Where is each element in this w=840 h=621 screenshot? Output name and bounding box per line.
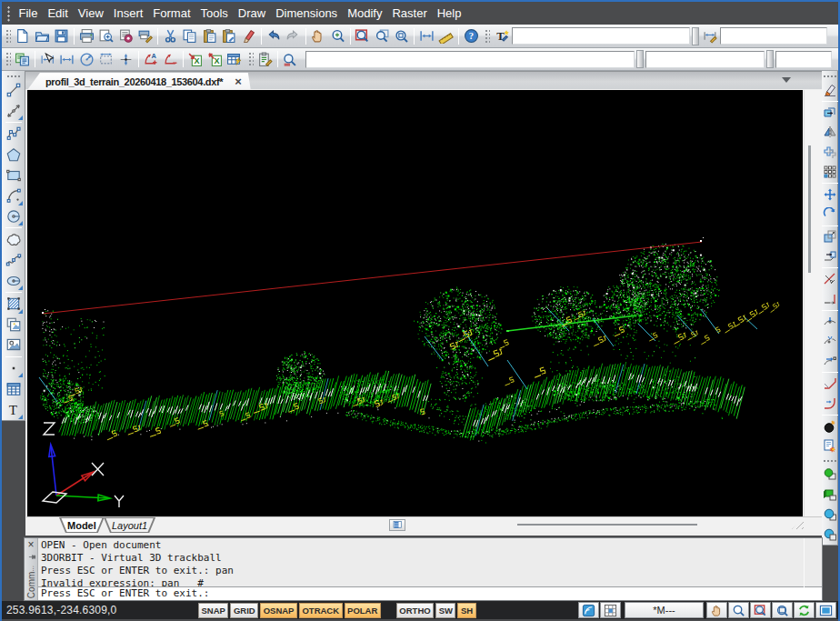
menu-insert[interactable]: Insert: [108, 3, 148, 24]
mirror-button[interactable]: [822, 123, 838, 143]
excel-import-button[interactable]: X: [185, 49, 205, 69]
trim-button[interactable]: [822, 269, 838, 289]
explode-text-button[interactable]: [822, 436, 838, 456]
extend-button[interactable]: [822, 289, 838, 309]
menu-modify[interactable]: Modify: [343, 3, 387, 24]
insert-block-button[interactable]: [4, 315, 24, 336]
order-front-button[interactable]: [822, 465, 838, 485]
command-history[interactable]: OPEN - Open document 3DORBIT - Virtual 3…: [38, 538, 822, 586]
match-properties-button[interactable]: [13, 49, 33, 69]
new-file-button[interactable]: [13, 26, 33, 46]
menu-help[interactable]: Help: [432, 3, 466, 24]
polyline-button[interactable]: [4, 124, 24, 145]
toggle-otrack[interactable]: OTRACK: [299, 603, 343, 618]
print-config-button[interactable]: [116, 26, 136, 46]
join-button[interactable]: [822, 351, 838, 371]
polygon-button[interactable]: [4, 145, 24, 165]
toggle-ortho[interactable]: ORTHO: [396, 603, 434, 618]
move-button[interactable]: [822, 185, 838, 205]
tab-list-dropdown-icon[interactable]: [782, 77, 791, 83]
save-floppy-button[interactable]: [52, 26, 72, 46]
explode-button[interactable]: [822, 416, 838, 436]
toolbar-grip[interactable]: [484, 28, 490, 45]
offset-button[interactable]: [822, 142, 838, 162]
command-close-icon[interactable]: ×: [27, 539, 34, 551]
ucs-display-button[interactable]: [578, 602, 599, 618]
rotate-button[interactable]: [822, 205, 838, 225]
fullscreen-button[interactable]: [815, 602, 836, 618]
point-button[interactable]: [4, 358, 24, 379]
horizontal-scrollbar-thumb[interactable]: [517, 524, 697, 526]
make-block-button[interactable]: [4, 335, 24, 356]
menu-view[interactable]: View: [73, 3, 108, 24]
toolbar-grip[interactable]: [5, 74, 22, 79]
tab-model[interactable]: Model: [59, 517, 105, 533]
chamfer-button[interactable]: [822, 374, 838, 394]
zoom-center-button[interactable]: [392, 26, 412, 46]
pan-hand-button[interactable]: [706, 602, 727, 618]
tab-layout1[interactable]: Layout1: [104, 517, 155, 533]
order-back-button[interactable]: [822, 485, 838, 505]
dim-linear-button[interactable]: [57, 49, 77, 69]
order-above-button[interactable]: [822, 505, 838, 525]
menubar-grip[interactable]: [5, 5, 11, 22]
open-folder-button[interactable]: [33, 26, 53, 46]
zoom-window-button[interactable]: [750, 602, 771, 618]
order-under-button[interactable]: [822, 525, 838, 545]
toggle-sh[interactable]: SH: [457, 603, 475, 618]
color-field[interactable]: [645, 51, 765, 68]
resize-grip[interactable]: [792, 519, 804, 529]
table-button[interactable]: [4, 378, 24, 399]
zoom-window-button[interactable]: [353, 26, 373, 46]
find-gear-button[interactable]: [280, 49, 300, 69]
dim-select-button[interactable]: [38, 49, 58, 69]
text-button[interactable]: T: [4, 399, 24, 420]
toolbar-grip[interactable]: [5, 28, 11, 45]
zoom-prev-button[interactable]: [772, 602, 793, 618]
menu-file[interactable]: File: [14, 3, 43, 24]
clipboard-edit-button[interactable]: [255, 49, 275, 69]
hatch-button[interactable]: [4, 294, 24, 315]
dim-radius-button[interactable]: [77, 49, 97, 69]
angle-minus-button[interactable]: [161, 49, 181, 69]
toolbar-grip[interactable]: [822, 74, 838, 79]
model-space-viewport[interactable]: [26, 90, 803, 516]
excel-export-button[interactable]: X: [205, 49, 225, 69]
spline-button[interactable]: [4, 250, 24, 271]
arc-button[interactable]: [4, 185, 24, 206]
document-tab[interactable]: profil_3d_terrain_20260418_153604.dxf* ×: [27, 73, 251, 90]
fillet-button[interactable]: [822, 394, 838, 414]
linetype-field[interactable]: [775, 51, 832, 68]
break-point-button[interactable]: [822, 312, 838, 332]
pan-hand-button[interactable]: [308, 26, 328, 46]
toggle-snap[interactable]: SNAP: [198, 603, 228, 618]
erase-brush-button[interactable]: [239, 26, 259, 46]
text-style-button[interactable]: T: [492, 26, 512, 46]
copy-button[interactable]: [180, 26, 200, 46]
rectangle-button[interactable]: [4, 165, 24, 185]
toggle-grid[interactable]: GRID: [230, 603, 258, 618]
dim-rect-button[interactable]: [96, 49, 116, 69]
tab-close-icon[interactable]: ×: [232, 75, 245, 88]
toolbar-grip[interactable]: [247, 51, 254, 67]
help-button[interactable]: ?: [462, 26, 482, 46]
pointcloud-canvas[interactable]: [27, 90, 804, 516]
erase-button[interactable]: [822, 80, 838, 100]
line-button[interactable]: [4, 80, 24, 101]
command-pin-icon[interactable]: [26, 554, 36, 562]
print-export-button[interactable]: [135, 26, 155, 46]
angle-plus-button[interactable]: A: [141, 49, 161, 69]
toolbar-grip[interactable]: [822, 458, 838, 464]
dimension-style-field[interactable]: [720, 27, 827, 45]
distance-button[interactable]: [417, 26, 437, 46]
zoom-mag-button[interactable]: [728, 602, 749, 618]
layer-field[interactable]: [305, 51, 635, 68]
print-button[interactable]: [77, 26, 97, 46]
area-ruler-button[interactable]: [436, 26, 456, 46]
paste-button[interactable]: [200, 26, 220, 46]
stretch-button[interactable]: [822, 246, 838, 266]
circle-button[interactable]: [4, 206, 24, 227]
copy-obj-button[interactable]: [822, 103, 838, 123]
print-preview-button[interactable]: [96, 26, 116, 46]
menu-format[interactable]: Format: [148, 3, 195, 24]
